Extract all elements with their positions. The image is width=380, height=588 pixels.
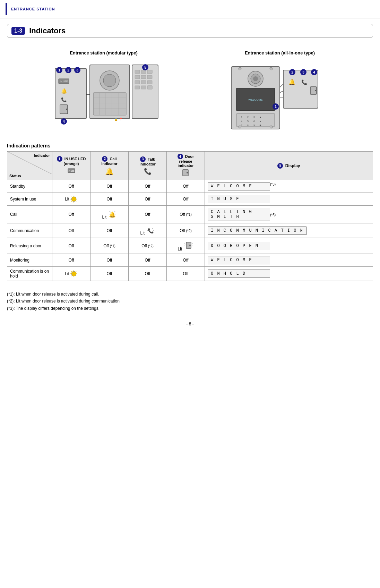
door-release-cell: Off (*1) xyxy=(167,206,205,223)
svg-rect-30 xyxy=(141,70,146,74)
svg-text:3: 3 xyxy=(302,70,304,74)
svg-text:🔔: 🔔 xyxy=(288,79,295,85)
allinone-label: Entrance station (all-in-one type) xyxy=(245,50,315,56)
display-note: (*3) xyxy=(270,213,276,217)
footnote: (*3): The display differs depending on t… xyxy=(7,305,373,312)
section-number: 1-3 xyxy=(11,27,25,35)
talk-indicator-cell: Off xyxy=(129,267,167,281)
svg-rect-34 xyxy=(147,75,152,79)
svg-text:IN USE: IN USE xyxy=(68,170,74,172)
door-release-cell: Off xyxy=(167,254,205,267)
table-row: CallOffLit 🔔OffOff (*1)C A L L I N GS M … xyxy=(7,206,373,223)
table-row: Releasing a doorOffOff (*1)Off (*2)Lit D… xyxy=(7,238,373,254)
svg-text:2: 2 xyxy=(247,116,249,118)
svg-text:2: 2 xyxy=(67,68,69,72)
svg-rect-38 xyxy=(135,86,140,89)
display-note: (*3) xyxy=(270,182,276,186)
door-release-cell: Off (*2) xyxy=(167,223,205,238)
svg-rect-41 xyxy=(147,70,152,74)
svg-line-111 xyxy=(184,244,185,244)
svg-rect-35 xyxy=(135,80,140,84)
col3-header: 3 Talkindicator 📞 xyxy=(129,152,167,180)
svg-text:1: 1 xyxy=(241,116,242,118)
display-content: W E L C O M E xyxy=(208,182,270,190)
display-content: I N C O M M U N I C A T I O N xyxy=(208,227,306,235)
svg-rect-32 xyxy=(135,75,140,79)
door-release-cell: Off xyxy=(167,180,205,193)
svg-text:3: 3 xyxy=(253,116,255,118)
door-release-cell: Lit xyxy=(167,238,205,254)
display-cell: I N C O M M U N I C A T I O N xyxy=(205,223,373,238)
diagram-area: Entrance station (modular type) IN USE 🔔… xyxy=(0,43,380,143)
note: (*2) xyxy=(147,244,154,248)
call-indicator-cell: Off xyxy=(90,180,129,193)
svg-rect-18 xyxy=(93,93,126,115)
svg-text:▲: ▲ xyxy=(259,116,262,118)
svg-line-98 xyxy=(71,201,72,202)
col1-label: IN USE LED(orange) xyxy=(64,157,86,166)
svg-text:4: 4 xyxy=(313,70,315,74)
in-use-cell: Off xyxy=(52,254,90,267)
svg-rect-37 xyxy=(147,80,152,84)
display-cell: D O O R O P E N xyxy=(205,238,373,254)
indication-table: Indicator Status 1 IN USE LED(orange) IN… xyxy=(7,151,373,281)
status-cell: Call xyxy=(7,206,52,223)
svg-point-73 xyxy=(315,90,316,91)
display-content: C A L L I N GS M I T H xyxy=(208,208,270,221)
section-title: Indicators xyxy=(29,26,66,35)
svg-text:9: 9 xyxy=(253,124,255,127)
call-indicator-cell: Off xyxy=(90,223,129,238)
col2-header: 2 Callindicator 🔔 xyxy=(90,152,129,180)
display-content: I N U S E xyxy=(208,195,270,203)
status-cell: Standby xyxy=(7,180,52,193)
svg-point-67 xyxy=(239,126,241,128)
status-cell: Releasing a door xyxy=(7,238,52,254)
talk-indicator-cell: Off xyxy=(129,180,167,193)
svg-text:WELCOME: WELCOME xyxy=(248,98,262,101)
svg-text:3: 3 xyxy=(76,68,78,72)
col4-header: 4 Doorreleaseindicator xyxy=(167,152,205,180)
status-cell: Communication is on hold xyxy=(7,267,52,281)
talk-indicator-cell: Off xyxy=(129,193,167,206)
note: (*2) xyxy=(185,229,192,233)
table-row: MonitoringOffOffOffOffW E L C O M E xyxy=(7,254,373,267)
svg-rect-29 xyxy=(135,70,140,74)
svg-line-122 xyxy=(76,271,76,272)
svg-text:🔔: 🔔 xyxy=(109,211,116,218)
svg-text:1: 1 xyxy=(58,68,60,72)
display-cell: O N H O L D xyxy=(205,267,373,281)
call-indicator-cell: Off xyxy=(90,267,129,281)
lit-in-use-icon: Lit xyxy=(65,195,78,203)
svg-text:IN USE: IN USE xyxy=(60,80,68,83)
svg-text:📞: 📞 xyxy=(301,79,308,85)
svg-text:✱: ✱ xyxy=(259,124,261,127)
svg-point-66 xyxy=(270,67,273,70)
display-cell: W E L C O M E(*3) xyxy=(205,180,373,193)
table-row: StandbyOffOffOffOffW E L C O M E(*3) xyxy=(7,180,373,193)
status-header-text: Status xyxy=(9,174,21,178)
svg-rect-39 xyxy=(141,86,146,89)
svg-point-89 xyxy=(187,172,188,173)
in-use-cell: Lit xyxy=(52,193,90,206)
door-release-cell: Off xyxy=(167,193,205,206)
svg-point-115 xyxy=(71,271,76,276)
note: (*1) xyxy=(109,244,115,248)
allinone-diagram: Entrance station (all-in-one type) WELCO… xyxy=(217,50,342,136)
svg-text:▼: ▼ xyxy=(259,120,262,122)
svg-text:5: 5 xyxy=(144,66,146,69)
table-row: System in useLit OffOffOffI N U S E xyxy=(7,193,373,206)
modular-svg: IN USE 🔔 📞 1 2 3 4 xyxy=(38,60,170,136)
svg-text:1: 1 xyxy=(275,105,277,109)
display-cell: W E L C O M E xyxy=(205,254,373,267)
svg-line-120 xyxy=(71,271,72,272)
svg-line-112 xyxy=(192,244,193,244)
indicator-header-text: Indicator xyxy=(34,153,50,157)
svg-rect-42 xyxy=(147,86,152,89)
talk-indicator-cell: Off (*2) xyxy=(129,238,167,254)
col5-label: Display xyxy=(285,163,300,168)
in-use-icon: IN USE xyxy=(65,167,78,174)
display-content: O N H O L D xyxy=(208,270,270,278)
lit-talk-icon: Lit 📞 xyxy=(140,231,155,236)
call-indicator-cell: Off xyxy=(90,254,129,267)
call-indicator-cell: Off (*1) xyxy=(90,238,129,254)
